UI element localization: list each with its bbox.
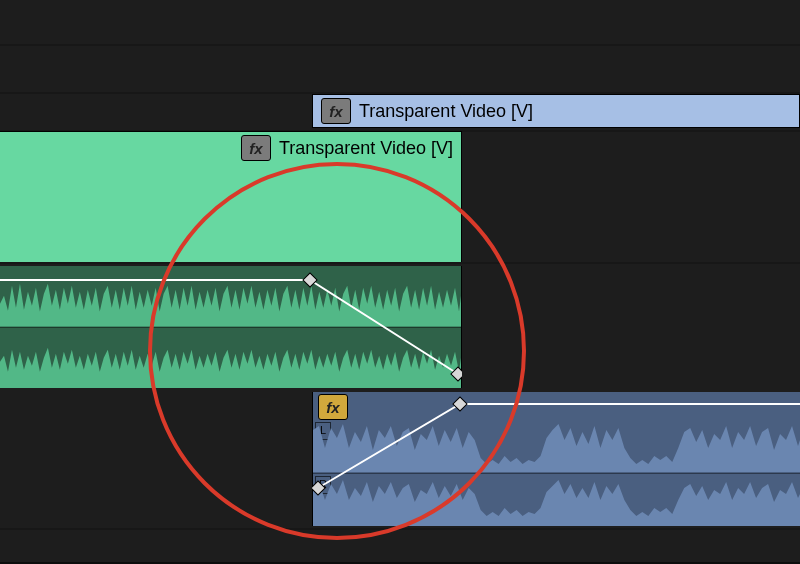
- fx-badge-icon[interactable]: fx: [318, 394, 348, 420]
- clip-label: Transparent Video [V]: [359, 101, 533, 122]
- waveform-icon: [313, 474, 800, 526]
- waveform-icon: [0, 266, 461, 327]
- audio-channel-left[interactable]: [0, 266, 461, 327]
- fx-badge-icon[interactable]: fx: [241, 135, 271, 161]
- track-separator: [0, 528, 800, 530]
- audio-channel-right[interactable]: R: [313, 473, 800, 526]
- video-clip-v2[interactable]: fx Transparent Video [V]: [312, 94, 800, 128]
- audio-clip-a1[interactable]: [0, 266, 462, 388]
- track-separator: [0, 262, 800, 264]
- audio-channel-right[interactable]: [0, 327, 461, 389]
- track-separator: [0, 44, 800, 46]
- fx-badge-icon[interactable]: fx: [321, 98, 351, 124]
- video-clip-v1[interactable]: fx Transparent Video [V]: [0, 131, 462, 262]
- waveform-icon: [313, 420, 800, 472]
- audio-channel-left[interactable]: L: [313, 420, 800, 472]
- audio-clip-a2[interactable]: L R: [312, 392, 800, 526]
- timeline-panel[interactable]: fx Transparent Video [V] fx Transparent …: [0, 0, 800, 564]
- waveform-icon: [0, 328, 461, 389]
- clip-label: Transparent Video [V]: [279, 138, 453, 159]
